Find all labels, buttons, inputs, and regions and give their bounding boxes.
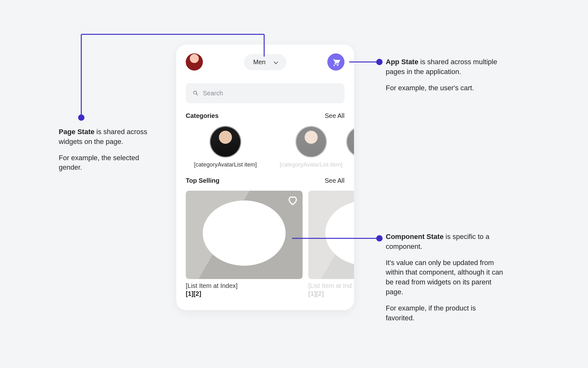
top-selling-list[interactable]: [List Item at Index] [1][2] [List Item a… (186, 191, 354, 297)
annotation-component-state-bold: Component State (386, 233, 444, 241)
categories-title: Categories (186, 112, 218, 119)
product-title: [List Item at Index] (186, 282, 303, 290)
annotation-page-state-example: For example, the selected gender. (59, 153, 148, 173)
favorite-button[interactable] (287, 195, 298, 206)
top-selling-title: Top Selling (186, 177, 219, 184)
product-card[interactable]: [List Item at Ind [1][2] (308, 191, 354, 297)
product-subtitle: [1][2] (308, 290, 354, 297)
svg-point-5 (376, 59, 383, 65)
top-selling-see-all[interactable]: See All (325, 177, 344, 184)
category-item[interactable]: [categoryAvatarList item] (186, 126, 265, 168)
annotation-page-state: Page State is shared across widgets on t… (59, 127, 148, 173)
search-icon (193, 90, 199, 97)
product-card[interactable]: [List Item at Index] [1][2] (186, 191, 303, 297)
product-title: [List Item at Ind (308, 282, 354, 290)
annotation-app-state-bold: App State (386, 58, 418, 66)
search-input[interactable]: Search (186, 83, 344, 103)
product-image (308, 191, 354, 279)
gender-dropdown[interactable]: Men (244, 54, 287, 70)
annotation-page-state-bold: Page State (59, 128, 95, 136)
gender-dropdown-label: Men (253, 58, 266, 66)
annotation-component-state-detail: It's value can only be updated from with… (386, 258, 506, 297)
annotation-component-state-example: For example, if the product is favorited… (386, 303, 506, 323)
heart-icon (287, 195, 298, 206)
categories-see-all[interactable]: See All (325, 112, 344, 119)
search-placeholder: Search (203, 90, 223, 97)
cart-icon (332, 58, 340, 66)
product-subtitle: [1][2] (186, 290, 303, 297)
user-avatar[interactable] (186, 53, 203, 71)
phone-mockup: Men Search Categories See All [categoryA… (176, 44, 354, 310)
svg-point-7 (376, 235, 383, 242)
category-avatar (210, 126, 241, 158)
category-label: [categoryAvatarList item] (271, 161, 351, 168)
category-label: [categoryAvatarList item] (186, 161, 265, 168)
categories-section-header: Categories See All (186, 112, 344, 119)
category-item[interactable]: [categoryAvatarList item] (271, 126, 351, 168)
chevron-down-icon (274, 60, 278, 64)
annotation-app-state: App State is shared across multiple page… (386, 57, 500, 93)
annotation-app-state-example: For example, the user's cart. (386, 83, 500, 93)
phone-header: Men (176, 44, 354, 76)
product-image (186, 191, 303, 279)
categories-list[interactable]: [categoryAvatarList item] [categoryAvata… (186, 126, 354, 168)
svg-point-0 (78, 114, 84, 121)
top-selling-section-header: Top Selling See All (186, 177, 344, 184)
annotation-component-state: Component State is specific to a compone… (386, 232, 506, 323)
category-avatar (295, 126, 327, 158)
cart-button[interactable] (327, 53, 344, 71)
